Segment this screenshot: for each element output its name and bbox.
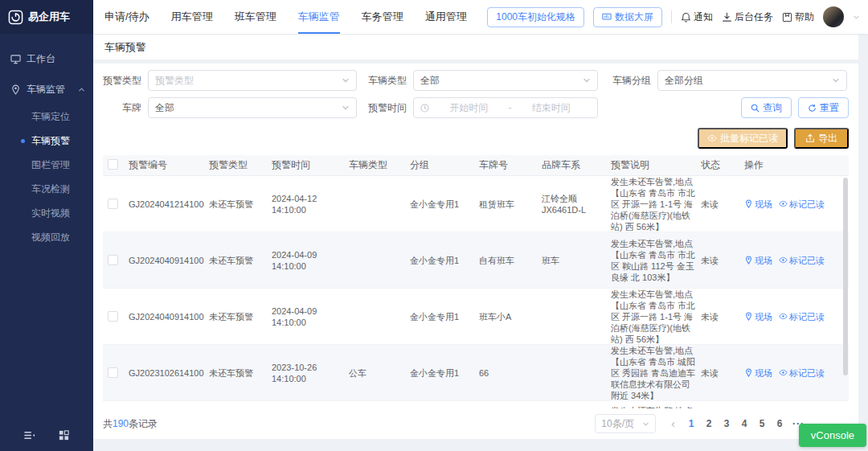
page-number-1[interactable]: 1 [682, 415, 700, 433]
tab-6[interactable]: 通用管理 [425, 0, 467, 34]
screen-icon [602, 12, 612, 22]
vehicle-group-select[interactable]: 全部分组 [657, 70, 847, 91]
cell-id: GJ2024040914100214 [124, 232, 204, 288]
content-card: 预警类型 预警类型 车辆类型 全部 车辆分组 全部分组 [93, 64, 858, 439]
scene-link[interactable]: 现场 [744, 367, 772, 379]
sidebar-submenu: 车辆定位车辆预警围栏管理车况检测实时视频视频回放 [0, 105, 93, 249]
cell-actions: 现场标记已读 [739, 232, 828, 288]
table-body: GJ2024041214100016未还车预警2024-04-12 14:10:… [103, 176, 849, 408]
apps-grid-icon[interactable] [58, 429, 70, 441]
sidebar-subitem-5[interactable]: 实时视频 [0, 201, 93, 225]
cell-group: 金小金专用1 [405, 345, 474, 400]
notice-item[interactable]: 通知 [681, 10, 713, 24]
scene-link[interactable]: 现场 [744, 199, 772, 210]
table-scrollbar[interactable] [843, 178, 848, 375]
tab-2[interactable]: 用车管理 [171, 0, 213, 34]
chevron-down-icon [642, 420, 649, 428]
refresh-icon [808, 104, 817, 113]
row-checkbox[interactable] [108, 199, 118, 209]
cell-plate: 66 [474, 345, 537, 400]
select-all-checkbox[interactable] [108, 159, 118, 170]
alert-time-range-input[interactable]: 开始时间 - 结束时间 [413, 97, 598, 118]
cell-brand [537, 345, 606, 400]
vehicle-type-select[interactable]: 全部 [413, 70, 598, 91]
cell-checkbox [103, 289, 124, 344]
mark-read-link[interactable]: 标记已读 [779, 199, 825, 210]
cell-brand [537, 401, 606, 408]
vconsole-button[interactable]: vConsole [799, 424, 866, 447]
sidebar-group-label: 车辆监管 [27, 83, 65, 96]
pin-icon [10, 84, 21, 95]
total-records: 共190条记录 [103, 417, 158, 431]
page-number-3[interactable]: 3 [718, 415, 735, 433]
column-header-checkbox [103, 159, 124, 172]
header-divider [671, 10, 672, 23]
page-size-select[interactable]: 10条/页 [595, 414, 656, 433]
export-button[interactable]: 导出 [794, 128, 849, 149]
collapse-menu-icon[interactable] [23, 429, 35, 441]
background-tasks-item[interactable]: 后台任务 [722, 10, 773, 24]
mark-read-link[interactable]: 标记已读 [779, 255, 825, 266]
brand-logo: 易企用车 [0, 0, 93, 34]
sidebar-subitem-1[interactable]: 车辆定位 [0, 105, 93, 129]
top-header: 申请/待办用车管理班车管理车辆监管车务管理通用管理 1000车初始化规格 数据大… [93, 0, 868, 34]
app-root: 易企用车 工作台 车辆监管 车辆定位车辆预警围栏管理车况检测实时视频视频回放 申… [0, 0, 868, 451]
cell-desc: 发生未还车告警,地点【山东省 青岛市 市北区 鞍山路 112号 金玉良缘 北 1… [606, 232, 696, 288]
table-row: GJ2023102614100146未还车预警2023-10-26 14:10:… [103, 345, 849, 401]
page-number-5[interactable]: 5 [753, 415, 771, 433]
vehicle-group-label: 车辆分组 [606, 74, 651, 88]
eye-icon [779, 256, 788, 264]
mark-read-link[interactable]: 标记已读 [779, 311, 825, 322]
column-header-time: 预警时间 [267, 158, 344, 172]
help-item[interactable]: 帮助 [782, 10, 814, 24]
column-header-actions: 操作 [739, 158, 828, 172]
plate-select[interactable]: 全部 [148, 97, 357, 118]
page-number-4[interactable]: 4 [735, 415, 753, 433]
cell-status: 未读 [696, 232, 739, 288]
cell-type [204, 401, 267, 408]
tab-1[interactable]: 申请/待办 [104, 0, 149, 34]
cell-status: 未读 [696, 289, 739, 344]
table-row: GJ2024040914100264未还车预警2024-04-09 14:10:… [103, 289, 849, 345]
cell-brand: 班车 [537, 232, 606, 288]
alert-type-select[interactable]: 预警类型 [148, 70, 357, 91]
reset-button[interactable]: 重置 [798, 97, 849, 118]
user-avatar[interactable] [823, 6, 844, 27]
row-checkbox[interactable] [108, 255, 118, 265]
cell-desc: 发生未还车告警,地点【山东省 青岛市 市北区 开源一路 1-1号 海泊桥(海慈医… [606, 176, 696, 232]
cell-group: 金小金专用1 [405, 176, 474, 232]
cell-status: 未读 [696, 345, 739, 400]
scene-location-icon [744, 199, 753, 208]
batch-mark-read-button[interactable]: 批量标记已读 [698, 128, 788, 149]
cell-status [696, 401, 739, 408]
mark-read-link[interactable]: 标记已读 [779, 367, 825, 379]
sidebar-subitem-label: 车辆定位 [31, 110, 70, 124]
chevron-down-icon [342, 104, 350, 112]
init-spec-button[interactable]: 1000车初始化规格 [487, 7, 584, 27]
avatar-caret-icon[interactable] [853, 14, 860, 21]
clock-icon [420, 104, 429, 113]
sidebar-subitem-label: 视频回放 [31, 231, 70, 244]
scene-link[interactable]: 现场 [744, 255, 772, 266]
tab-3[interactable]: 班车管理 [235, 0, 276, 34]
scene-link[interactable]: 现场 [744, 311, 772, 322]
row-checkbox[interactable] [108, 311, 118, 322]
sidebar-subitem-6[interactable]: 视频回放 [0, 225, 93, 249]
sidebar-item-vehicle-monitor[interactable]: 车辆监管 [0, 74, 93, 105]
end-time-placeholder: 结束时间 [512, 101, 592, 115]
table-toolbar: 批量标记已读 导出 [103, 128, 849, 149]
page-number-2[interactable]: 2 [700, 415, 718, 433]
sidebar-subitem-3[interactable]: 围栏管理 [0, 153, 93, 177]
row-checkbox[interactable] [108, 367, 118, 378]
sidebar-subitem-2[interactable]: 车辆预警 [0, 129, 93, 153]
tab-5[interactable]: 车务管理 [362, 0, 403, 34]
search-button[interactable]: 查询 [741, 97, 792, 118]
sidebar-item-workbench[interactable]: 工作台 [0, 43, 93, 74]
sidebar-subitem-4[interactable]: 车况检测 [0, 177, 93, 201]
cell-id: GJ2024041214100016 [124, 176, 204, 232]
tab-4[interactable]: 车辆监管 [298, 0, 340, 34]
column-header-desc: 预警说明 [606, 158, 696, 172]
page-number-6[interactable]: 6 [771, 415, 788, 433]
data-screen-button[interactable]: 数据大屏 [593, 7, 662, 27]
prev-page-button[interactable]: ‹ [665, 417, 681, 430]
